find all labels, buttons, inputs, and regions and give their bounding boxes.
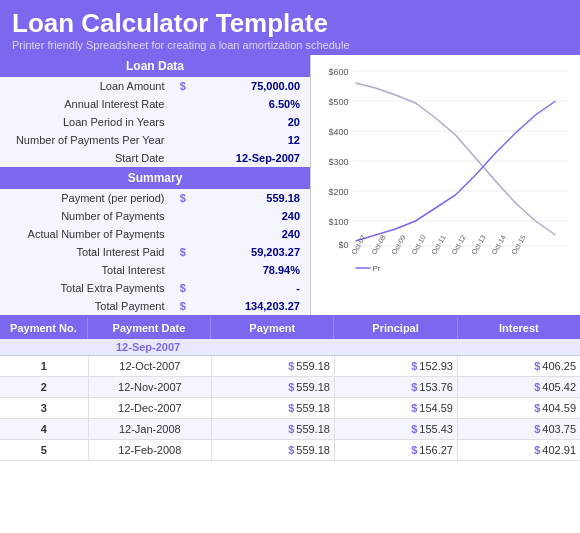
svg-text:$500: $500 — [328, 97, 348, 107]
cell-principal: $153.76 — [335, 377, 458, 397]
svg-text:Oct-15: Oct-15 — [510, 234, 527, 256]
svg-text:Oct-12: Oct-12 — [450, 234, 467, 256]
cell-no: 5 — [0, 440, 89, 460]
cell-no: 1 — [0, 356, 89, 376]
table-row: Number of Payments Per Year 12 — [0, 131, 310, 149]
num-payments-value: 240 — [195, 207, 310, 225]
svg-text:Oct-11: Oct-11 — [430, 234, 447, 256]
interest-rate-label: Annual Interest Rate — [0, 95, 171, 113]
extra-payments-value: - — [195, 279, 310, 297]
table-row: 4 12-Jan-2008 $559.18 $155.43 $403.75 — [0, 419, 580, 440]
cell-no: 3 — [0, 398, 89, 418]
table-row: 3 12-Dec-2007 $559.18 $154.59 $404.59 — [0, 398, 580, 419]
col-header-no: Payment No. — [0, 317, 88, 339]
svg-text:Oct-08: Oct-08 — [370, 234, 387, 256]
left-panel: Loan Data Loan Amount $ 75,000.00 Annual… — [0, 55, 310, 315]
svg-text:Oct-14: Oct-14 — [490, 234, 507, 256]
amortization-section: Payment No. Payment Date Payment Princip… — [0, 315, 580, 461]
cell-payment: $559.18 — [212, 377, 335, 397]
total-interest-pct-value: 78.94% — [195, 261, 310, 279]
table-row: Annual Interest Rate 6.50% — [0, 95, 310, 113]
svg-text:$200: $200 — [328, 187, 348, 197]
loan-data-header: Loan Data — [0, 55, 310, 77]
cell-no: 2 — [0, 377, 89, 397]
payments-per-year-label: Number of Payments Per Year — [0, 131, 171, 149]
cell-date: 12-Jan-2008 — [89, 419, 212, 439]
cell-payment: $559.18 — [212, 440, 335, 460]
total-payment-dollar: $ — [171, 297, 196, 315]
svg-text:$600: $600 — [328, 67, 348, 77]
cell-date: 12-Feb-2008 — [89, 440, 212, 460]
cell-interest: $403.75 — [458, 419, 580, 439]
col-header-principal: Principal — [334, 317, 457, 339]
amortization-chart: $600 $500 $400 $300 $200 $100 $0 — [315, 63, 576, 273]
start-date-value: 12-Sep-2007 — [195, 149, 310, 167]
cell-principal: $152.93 — [335, 356, 458, 376]
col-header-interest: Interest — [458, 317, 580, 339]
cell-interest: $406.25 — [458, 356, 580, 376]
col-header-date: Payment Date — [88, 317, 211, 339]
svg-text:$0: $0 — [338, 240, 348, 250]
table-row: Loan Amount $ 75,000.00 — [0, 77, 310, 95]
cell-payment: $559.18 — [212, 398, 335, 418]
cell-date: 12-Dec-2007 — [89, 398, 212, 418]
total-payment-label: Total Payment — [0, 297, 171, 315]
cell-principal: $156.27 — [335, 440, 458, 460]
table-row: 5 12-Feb-2008 $559.18 $156.27 $402.91 — [0, 440, 580, 461]
loan-amount-value: 75,000.00 — [195, 77, 310, 95]
table-row: 1 12-Oct-2007 $559.18 $152.93 $406.25 — [0, 356, 580, 377]
extra-payments-dollar: $ — [171, 279, 196, 297]
svg-text:$100: $100 — [328, 217, 348, 227]
start-date-empty1 — [0, 339, 86, 355]
svg-text:Oct-10: Oct-10 — [410, 234, 427, 256]
interest-rate-value: 6.50% — [195, 95, 310, 113]
cell-payment: $559.18 — [212, 419, 335, 439]
payment-per-period-value: 559.18 — [195, 189, 310, 207]
start-date-empty2 — [210, 339, 333, 355]
header: Loan Calculator Template Printer friendl… — [0, 0, 580, 55]
loan-amount-dollar: $ — [171, 77, 196, 95]
cell-date: 12-Nov-2007 — [89, 377, 212, 397]
start-date-dollar — [171, 149, 196, 167]
svg-text:Oct-13: Oct-13 — [470, 234, 487, 256]
num-payments-label: Number of Payments — [0, 207, 171, 225]
actual-payments-dollar — [171, 225, 196, 243]
payment-per-period-label: Payment (per period) — [0, 189, 171, 207]
table-row: Total Interest 78.94% — [0, 261, 310, 279]
payment-per-period-dollar: $ — [171, 189, 196, 207]
svg-text:Pr: Pr — [373, 264, 381, 273]
cell-principal: $155.43 — [335, 419, 458, 439]
svg-text:$300: $300 — [328, 157, 348, 167]
page-title: Loan Calculator Template — [12, 8, 568, 39]
main-area: Loan Data Loan Amount $ 75,000.00 Annual… — [0, 55, 580, 315]
total-payment-value: 134,203.27 — [195, 297, 310, 315]
start-date-empty3 — [333, 339, 456, 355]
actual-payments-label: Actual Number of Payments — [0, 225, 171, 243]
cell-payment: $559.18 — [212, 356, 335, 376]
table-row: Loan Period in Years 20 — [0, 113, 310, 131]
start-date-label: Start Date — [0, 149, 171, 167]
start-date-empty4 — [457, 339, 580, 355]
svg-text:Oct-07: Oct-07 — [350, 234, 367, 256]
cell-date: 12-Oct-2007 — [89, 356, 212, 376]
cell-interest: $402.91 — [458, 440, 580, 460]
num-payments-dollar — [171, 207, 196, 225]
loan-amount-label: Loan Amount — [0, 77, 171, 95]
svg-text:Oct-09: Oct-09 — [390, 234, 407, 256]
start-date-row: 12-Sep-2007 — [0, 339, 580, 356]
table-row: Actual Number of Payments 240 — [0, 225, 310, 243]
extra-payments-label: Total Extra Payments — [0, 279, 171, 297]
svg-text:$400: $400 — [328, 127, 348, 137]
loan-period-dollar — [171, 113, 196, 131]
start-date-value: 12-Sep-2007 — [86, 339, 209, 355]
table-row: 2 12-Nov-2007 $559.18 $153.76 $405.42 — [0, 377, 580, 398]
loan-period-label: Loan Period in Years — [0, 113, 171, 131]
chart-panel: $600 $500 $400 $300 $200 $100 $0 — [310, 55, 580, 315]
col-header-payment: Payment — [211, 317, 334, 339]
amort-header-row: Payment No. Payment Date Payment Princip… — [0, 317, 580, 339]
total-interest-pct-dollar — [171, 261, 196, 279]
cell-interest: $404.59 — [458, 398, 580, 418]
table-row: Total Extra Payments $ - — [0, 279, 310, 297]
loan-data-table: Loan Amount $ 75,000.00 Annual Interest … — [0, 77, 310, 167]
cell-principal: $154.59 — [335, 398, 458, 418]
